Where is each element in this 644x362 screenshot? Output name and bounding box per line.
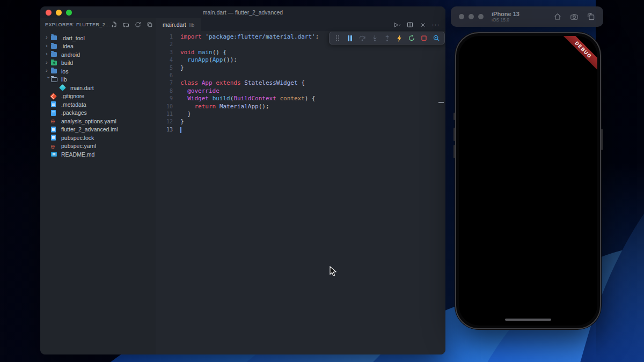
chevron-icon[interactable]: ›: [46, 76, 52, 82]
tree-item-lib[interactable]: ›lib: [40, 76, 156, 84]
yaml-icon: {-}: [51, 119, 59, 123]
tree-item-.packages[interactable]: .packages: [40, 109, 156, 117]
step-out-icon[interactable]: [383, 34, 391, 42]
line-number: 2: [156, 41, 180, 48]
hot-reload-icon[interactable]: [396, 34, 403, 42]
tree-item-pubspec.yaml[interactable]: {-}pubspec.yaml: [40, 142, 156, 151]
iphone-screen[interactable]: DEBUG: [459, 36, 597, 326]
editor-more-icon[interactable]: ···: [432, 21, 440, 28]
close-tab-icon[interactable]: [419, 21, 427, 28]
split-editor-icon[interactable]: [406, 21, 414, 28]
device-name: iPhone 13: [492, 11, 519, 17]
line-number: 3: [156, 49, 180, 56]
step-over-icon[interactable]: [358, 34, 366, 42]
tree-item-.dart_tool[interactable]: ›.dart_tool: [40, 34, 156, 42]
chevron-icon[interactable]: ›: [46, 51, 51, 57]
chevron-icon[interactable]: ›: [46, 43, 51, 49]
code-line[interactable]: 4 runApp(App());: [156, 56, 445, 64]
refresh-explorer-icon[interactable]: [134, 21, 142, 28]
folder-build-icon: [51, 61, 59, 65]
code-text: return MaterialApp();: [180, 103, 269, 110]
simulator-close-button[interactable]: [459, 14, 464, 19]
line-number: 8: [156, 87, 180, 95]
pause-icon[interactable]: [346, 34, 354, 42]
new-file-icon[interactable]: [111, 21, 118, 28]
desktop: main.dart — flutter_2_advanced EXPLORER:…: [0, 0, 644, 362]
close-window-button[interactable]: [46, 10, 52, 16]
tree-item-ios[interactable]: ›ios: [40, 67, 156, 76]
code-line[interactable]: 6: [156, 72, 445, 79]
home-icon[interactable]: [554, 13, 561, 20]
zoom-window-button[interactable]: [66, 10, 72, 16]
step-into-icon[interactable]: [371, 34, 378, 42]
code-line[interactable]: 12}: [156, 118, 445, 125]
tree-item-analysis_options.yaml[interactable]: {-}analysis_options.yaml: [40, 117, 156, 125]
tree-item-.gitignore[interactable]: .gitignore: [40, 92, 156, 101]
run-or-debug-icon[interactable]: [393, 21, 401, 28]
simulator-zoom-button[interactable]: [478, 14, 484, 19]
home-indicator[interactable]: [505, 319, 551, 321]
file-icon: [51, 101, 59, 107]
code-line[interactable]: 11 }: [156, 110, 445, 118]
rotate-icon[interactable]: [587, 13, 595, 20]
tree-item-label: flutter_2_advanced.iml: [61, 126, 118, 132]
new-folder-icon[interactable]: [122, 21, 130, 28]
line-number: 1: [156, 33, 180, 41]
code-editor[interactable]: 1import 'package:flutter/material.dart';…: [156, 31, 445, 354]
collapse-folders-icon[interactable]: [146, 21, 153, 28]
tree-item-build[interactable]: ›build: [40, 59, 156, 68]
titlebar[interactable]: main.dart — flutter_2_advanced: [40, 6, 445, 18]
code-line[interactable]: 9 Widget build(BuildContext context) {: [156, 95, 445, 102]
tree-item-label: .packages: [61, 109, 87, 116]
drag-gripper-icon[interactable]: [334, 34, 341, 42]
tree-item-main.dart[interactable]: main.dart: [40, 84, 156, 92]
code-line[interactable]: 8 @override: [156, 87, 445, 95]
line-number: 9: [156, 95, 180, 102]
tree-item-flutter_2_advanced.iml[interactable]: flutter_2_advanced.iml: [40, 125, 156, 134]
traffic-lights: [46, 6, 72, 18]
tab-bar: main.dart lib ···: [156, 18, 445, 31]
volume-up-button[interactable]: [453, 128, 455, 141]
wallpaper-shade: [596, 0, 644, 362]
simulator-minimize-button[interactable]: [469, 14, 474, 19]
chevron-icon[interactable]: ›: [46, 60, 51, 65]
code-line[interactable]: 10 return MaterialApp();: [156, 103, 445, 110]
stop-icon[interactable]: [420, 34, 428, 42]
scrollbar-cursor-mark[interactable]: [438, 102, 444, 103]
power-button[interactable]: [601, 129, 603, 150]
file-icon: [51, 135, 59, 141]
code-line[interactable]: 13: [156, 126, 445, 134]
tree-item-label: .gitignore: [61, 93, 84, 99]
tree-item-README.md[interactable]: MREADME.md: [40, 150, 156, 159]
line-number: 12: [156, 118, 180, 125]
code-text: }: [180, 118, 184, 125]
code-line[interactable]: 7class App extends StatelessWidget {: [156, 79, 445, 87]
line-number: 11: [156, 110, 180, 118]
tree-item-.idea[interactable]: ›.idea: [40, 42, 156, 51]
file-tree: ›.dart_tool›.idea›android›build›ios›libm…: [40, 31, 156, 159]
tree-item-label: build: [61, 60, 73, 66]
code-line[interactable]: 5}: [156, 64, 445, 72]
code-line[interactable]: 3void main() {: [156, 49, 445, 56]
code-text: [180, 126, 181, 134]
volume-down-button[interactable]: [453, 145, 455, 158]
file-icon: [51, 127, 59, 132]
tab-main-dart[interactable]: main.dart lib: [156, 18, 201, 31]
chevron-icon[interactable]: ›: [46, 68, 51, 73]
tree-item-label: .metadata: [61, 101, 86, 108]
tree-item-.metadata[interactable]: .metadata: [40, 100, 156, 109]
restart-icon[interactable]: [408, 34, 415, 42]
folder-icon: [51, 35, 59, 40]
minimize-window-button[interactable]: [56, 10, 62, 16]
mute-switch[interactable]: [453, 113, 455, 120]
chevron-icon[interactable]: ›: [46, 34, 51, 40]
simulator-toolbar[interactable]: iPhone 13 iOS 15.0: [451, 6, 603, 27]
tree-item-label: .idea: [61, 43, 74, 49]
tree-item-pubspec.lock[interactable]: pubspec.lock: [40, 134, 156, 142]
widget-inspector-icon[interactable]: [433, 34, 440, 42]
simulator-device-info: iPhone 13 iOS 15.0: [492, 11, 519, 23]
code-lines: 1import 'package:flutter/material.dart';…: [156, 33, 445, 134]
tree-item-android[interactable]: ›android: [40, 50, 156, 59]
screenshot-icon[interactable]: [570, 13, 578, 20]
tree-item-label: lib: [61, 76, 67, 83]
